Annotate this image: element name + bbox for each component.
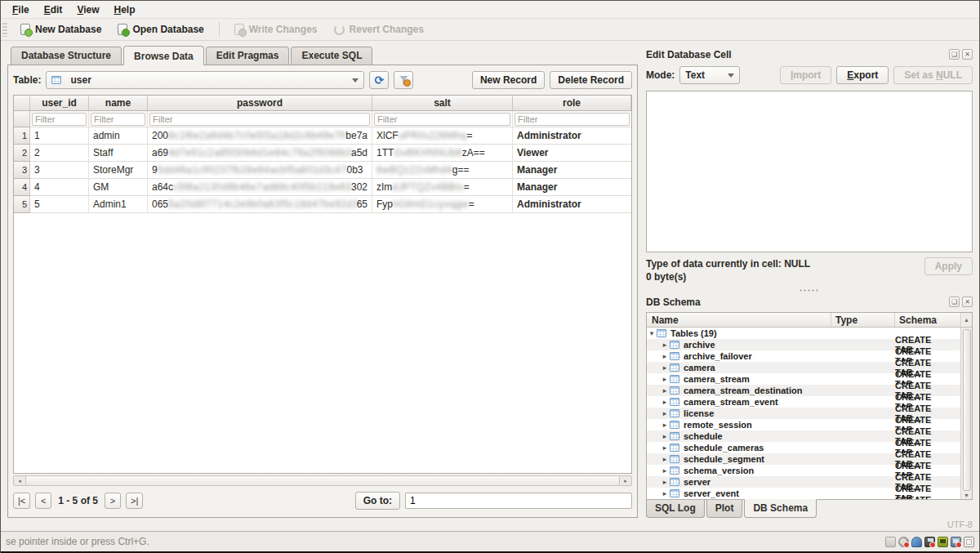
- filter-input-name[interactable]: [91, 113, 145, 126]
- cell-name[interactable]: Staff: [89, 145, 148, 162]
- chevron-down-icon[interactable]: ▾: [647, 329, 657, 337]
- optical-drive-icon[interactable]: [898, 537, 909, 547]
- usb-icon[interactable]: [911, 537, 922, 547]
- cell-name[interactable]: GM: [89, 179, 148, 196]
- column-header-user-id[interactable]: user_id: [30, 96, 89, 111]
- cell-name[interactable]: admin: [89, 127, 148, 145]
- filter-input-salt[interactable]: [374, 113, 510, 126]
- column-header-name[interactable]: name: [89, 96, 148, 111]
- scroll-left-icon[interactable]: ◂: [14, 476, 25, 485]
- tab-execute-sql[interactable]: Execute SQL: [291, 47, 372, 65]
- grid-corner[interactable]: [14, 96, 30, 111]
- new-record-button[interactable]: New Record: [472, 71, 545, 89]
- row-number[interactable]: 1: [14, 127, 30, 145]
- cell-salt[interactable]: 1TTGvBKHNNUb8zA==: [372, 145, 513, 162]
- column-header-salt[interactable]: salt: [372, 96, 513, 111]
- menu-edit[interactable]: Edit: [38, 2, 69, 17]
- scroll-down-icon[interactable]: ▼: [964, 493, 969, 498]
- chevron-right-icon[interactable]: ▸: [660, 386, 670, 395]
- cell-salt[interactable]: FyphG8mD1cyvqgw=: [372, 196, 513, 213]
- clear-filters-button[interactable]: [394, 71, 413, 89]
- cell-password[interactable]: 0655a20d8f7714c2e9b0a63f5c18d47be92d365: [148, 196, 372, 213]
- table-row[interactable]: 4 4 GM a64cc5f8a2130d9b46e7ad88c40f5b219…: [14, 179, 631, 196]
- next-record-button[interactable]: >: [105, 493, 121, 509]
- table-row[interactable]: 3 3 StoreMgr 95dd46a1c90237fb28e64acbf5a…: [14, 162, 631, 179]
- column-header-role[interactable]: role: [513, 96, 631, 111]
- row-number[interactable]: 3: [14, 162, 30, 179]
- vertical-scrollbar[interactable]: ▼: [960, 328, 972, 499]
- cell-role[interactable]: Administrator: [513, 196, 631, 213]
- cell-name[interactable]: StoreMgr: [89, 162, 148, 179]
- row-number[interactable]: 2: [14, 145, 30, 162]
- dock-close-icon[interactable]: ✕: [962, 297, 973, 307]
- hard-disk-icon[interactable]: [885, 537, 896, 547]
- cell-role[interactable]: Manager: [513, 162, 631, 179]
- chevron-right-icon[interactable]: ▸: [660, 466, 670, 475]
- chevron-right-icon[interactable]: ▸: [660, 398, 670, 406]
- delete-record-button[interactable]: Delete Record: [550, 71, 632, 89]
- dock-close-icon[interactable]: ✕: [962, 49, 973, 60]
- chevron-right-icon[interactable]: ▸: [660, 421, 670, 429]
- filter-input-password[interactable]: [149, 113, 370, 126]
- chevron-right-icon[interactable]: ▸: [660, 432, 670, 440]
- refresh-button[interactable]: ⟳: [369, 71, 389, 89]
- cell-user-id[interactable]: 3: [30, 162, 89, 179]
- table-select[interactable]: user: [46, 71, 364, 89]
- menu-view[interactable]: View: [70, 2, 105, 17]
- tab-edit-pragmas[interactable]: Edit Pragmas: [206, 47, 290, 65]
- cell-editor-textarea[interactable]: [646, 91, 973, 252]
- cell-password[interactable]: 95dd46a1c90237fb28e64acbf5a801d3c470b3: [148, 162, 372, 179]
- cell-role[interactable]: Administrator: [513, 127, 631, 145]
- cell-role[interactable]: Viewer: [513, 145, 631, 162]
- cell-password[interactable]: 2008c1f6e2a9d4b7c0e5f3a18d2c6b49e7f01a3b…: [148, 127, 372, 145]
- chevron-right-icon[interactable]: ▸: [660, 478, 670, 486]
- filter-input-user-id[interactable]: [32, 113, 87, 126]
- chevron-right-icon[interactable]: ▸: [660, 352, 670, 360]
- shared-folders-icon[interactable]: [938, 537, 948, 547]
- tab-sql-log[interactable]: SQL Log: [646, 500, 705, 518]
- column-header-name[interactable]: Name: [647, 313, 831, 327]
- tab-browse-data[interactable]: Browse Data: [123, 46, 204, 65]
- scrollbar-thumb[interactable]: [25, 476, 620, 485]
- export-button[interactable]: Export: [836, 66, 889, 84]
- chevron-right-icon[interactable]: ▸: [660, 363, 670, 372]
- last-record-button[interactable]: >|: [126, 493, 143, 509]
- cell-salt[interactable]: 6wBQz22sMhd4g==: [372, 162, 513, 179]
- column-header-password[interactable]: password: [148, 96, 372, 111]
- goto-button[interactable]: Go to:: [355, 492, 400, 510]
- chevron-right-icon[interactable]: ▸: [660, 375, 670, 383]
- cell-password[interactable]: a694d7e91c2a85f30b6d1e84c79a2f5068b3ca5d: [148, 145, 372, 162]
- chevron-right-icon[interactable]: ▸: [660, 455, 670, 463]
- cell-user-id[interactable]: 5: [30, 196, 89, 213]
- cell-name[interactable]: Admin1: [89, 196, 148, 213]
- chevron-right-icon[interactable]: ▸: [660, 409, 670, 417]
- chevron-right-icon[interactable]: ▸: [660, 489, 670, 497]
- chevron-right-icon[interactable]: ▸: [660, 341, 670, 349]
- cell-salt[interactable]: zImdJPTQZv4BBts=: [372, 179, 513, 196]
- tab-plot[interactable]: Plot: [706, 500, 743, 518]
- dock-float-icon[interactable]: ❏: [949, 297, 960, 307]
- cell-user-id[interactable]: 4: [30, 179, 89, 196]
- table-row[interactable]: 1 1 admin 2008c1f6e2a9d4b7c0e5f3a18d2c6b…: [14, 127, 631, 145]
- column-header-type[interactable]: Type: [831, 313, 895, 327]
- tab-db-schema[interactable]: DB Schema: [744, 499, 817, 518]
- first-record-button[interactable]: |<: [13, 493, 30, 509]
- scroll-right-icon[interactable]: ▸: [620, 476, 631, 485]
- filter-input-role[interactable]: [514, 113, 630, 126]
- horizontal-scrollbar[interactable]: ◂ ▸: [13, 475, 632, 486]
- goto-record-input[interactable]: [405, 493, 632, 509]
- menu-help[interactable]: Help: [108, 2, 142, 17]
- new-database-button[interactable]: New Database: [14, 21, 108, 38]
- previous-record-button[interactable]: <: [35, 493, 51, 509]
- cell-role[interactable]: Manager: [513, 179, 631, 196]
- scrollbar-thumb[interactable]: [963, 329, 971, 491]
- chevron-right-icon[interactable]: ▸: [660, 444, 670, 452]
- dock-splitter[interactable]: [646, 287, 973, 293]
- scroll-up-icon[interactable]: ▲: [960, 313, 972, 327]
- column-header-schema[interactable]: Schema: [895, 314, 960, 326]
- display-icon[interactable]: [951, 537, 961, 547]
- menu-file[interactable]: File: [6, 2, 36, 17]
- cell-salt[interactable]: XlCFuPR0s226Mhq=: [372, 127, 513, 145]
- row-number[interactable]: 4: [14, 179, 30, 196]
- cell-user-id[interactable]: 2: [30, 145, 89, 162]
